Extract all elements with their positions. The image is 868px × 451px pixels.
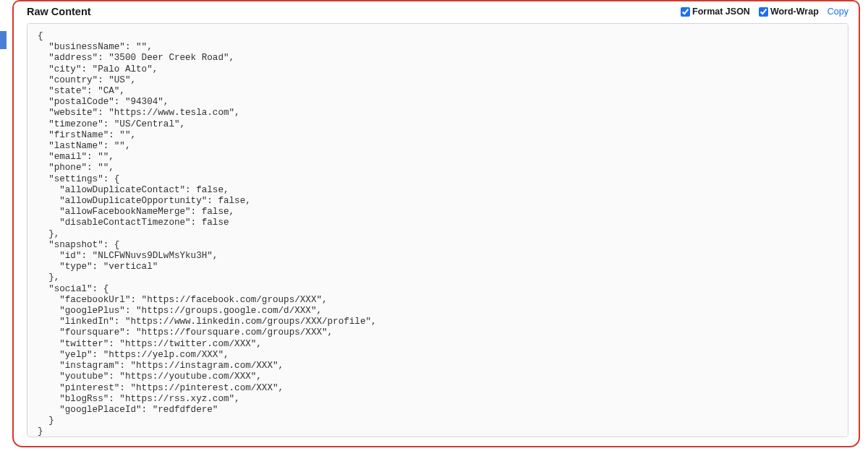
copy-button[interactable]: Copy (827, 7, 848, 17)
format-json-toggle[interactable]: Format JSON (681, 7, 750, 17)
word-wrap-label: Word-Wrap (770, 7, 819, 17)
raw-content-panel: Raw Content Format JSON Word-Wrap Copy {… (12, 0, 860, 447)
panel-title: Raw Content (27, 6, 91, 17)
panel-header: Raw Content Format JSON Word-Wrap Copy (14, 1, 859, 23)
left-edge-accent (0, 31, 7, 49)
panel-controls: Format JSON Word-Wrap Copy (681, 7, 848, 17)
word-wrap-checkbox[interactable] (759, 7, 768, 17)
format-json-checkbox[interactable] (681, 7, 690, 17)
code-box[interactable]: { "businessName": "", "address": "3500 D… (27, 23, 848, 437)
raw-content-text: { "businessName": "", "address": "3500 D… (38, 31, 838, 437)
word-wrap-toggle[interactable]: Word-Wrap (759, 7, 819, 17)
format-json-label: Format JSON (692, 7, 750, 17)
